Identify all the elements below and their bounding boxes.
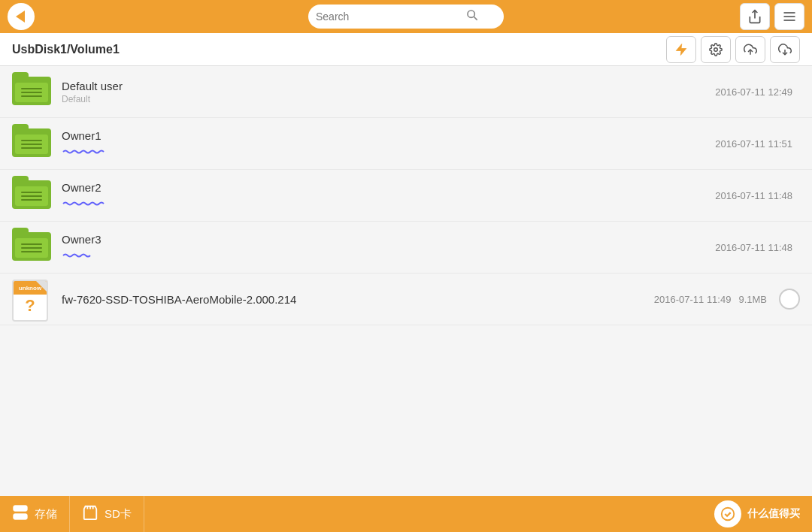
upload-button[interactable] [735, 36, 765, 63]
scribble-decoration [62, 149, 107, 155]
breadcrumb-bar: UsbDisk1/Volume1 [0, 33, 812, 66]
file-size: 9.1MB [738, 294, 767, 305]
file-info: Owner1 [62, 129, 715, 158]
file-info: Owner3 [62, 233, 715, 261]
storage-tab[interactable]: 存储 [0, 496, 70, 532]
file-date: 2016-07-11 12:49 [715, 86, 792, 98]
list-item[interactable]: Owner3 2016-07-11 11:48 [0, 222, 812, 274]
folder-icon [12, 176, 51, 215]
settings-button[interactable] [701, 36, 731, 63]
file-name: Owner2 [62, 181, 715, 194]
folder-icon [12, 72, 51, 111]
folder-icon [12, 228, 51, 267]
unknown-file-icon: unknow ? [12, 280, 51, 319]
download-button[interactable] [770, 36, 800, 63]
file-name: Default user [62, 80, 715, 92]
bottom-bar: 存储 SD卡 什么值得买 [0, 496, 812, 532]
file-name: Owner1 [62, 129, 715, 142]
file-date: 2016-07-11 11:48 [715, 190, 792, 201]
svg-rect-10 [14, 505, 27, 510]
sdcard-tab[interactable]: SD卡 [70, 496, 144, 532]
top-bar-actions [740, 3, 804, 30]
question-mark-icon: ? [14, 296, 47, 316]
file-info: Default user Default [62, 80, 715, 104]
breadcrumb-actions [666, 36, 800, 63]
search-icon [466, 9, 478, 24]
file-list: Default user Default 2016-07-11 12:49 [0, 66, 812, 496]
scribble-decoration [62, 201, 107, 207]
list-item[interactable]: unknow ? fw-7620-SSD-TOSHIBA-AeroMobile-… [0, 274, 812, 325]
storage-icon [12, 504, 29, 524]
file-date: 2016-07-11 11:48 [715, 242, 792, 253]
list-item[interactable]: Owner1 2016-07-11 11:51 [0, 118, 812, 170]
file-sub: Default [62, 94, 715, 104]
file-info: Owner2 [62, 181, 715, 210]
list-item[interactable]: Owner2 2016-07-11 11:48 [0, 170, 812, 222]
bottom-tabs: 存储 SD卡 [0, 496, 144, 532]
flash-button[interactable] [666, 36, 696, 63]
logo-text: 什么值得买 [747, 507, 800, 521]
file-info: fw-7620-SSD-TOSHIBA-AeroMobile-2.000.214 [62, 293, 654, 306]
file-name: fw-7620-SSD-TOSHIBA-AeroMobile-2.000.214 [62, 293, 654, 306]
breadcrumb: UsbDisk1/Volume1 [12, 43, 120, 56]
svg-point-17 [722, 508, 735, 521]
svg-line-1 [474, 17, 477, 20]
logo-icon [714, 500, 741, 527]
list-view-button[interactable] [774, 3, 804, 30]
list-item[interactable]: Default user Default 2016-07-11 12:49 [0, 66, 812, 118]
file-date: 2016-07-11 11:51 [715, 138, 792, 150]
svg-marker-6 [676, 44, 686, 55]
search-input[interactable] [316, 11, 466, 23]
bottom-logo: 什么值得买 [714, 500, 812, 527]
sdcard-tab-label: SD卡 [105, 507, 132, 521]
top-bar [0, 0, 812, 33]
file-name: Owner3 [62, 233, 715, 246]
back-arrow-icon [16, 11, 25, 23]
file-date: 2016-07-11 11:49 [654, 294, 732, 305]
share-button[interactable] [740, 3, 770, 30]
svg-rect-11 [14, 513, 27, 518]
folder-icon [12, 124, 51, 163]
storage-tab-label: 存储 [35, 507, 57, 521]
select-checkbox[interactable] [779, 289, 800, 310]
scribble-decoration [62, 252, 107, 258]
search-bar[interactable] [308, 5, 504, 29]
sdcard-icon [82, 504, 98, 524]
svg-point-0 [468, 11, 474, 17]
back-button[interactable] [8, 3, 35, 30]
svg-point-7 [714, 47, 718, 51]
